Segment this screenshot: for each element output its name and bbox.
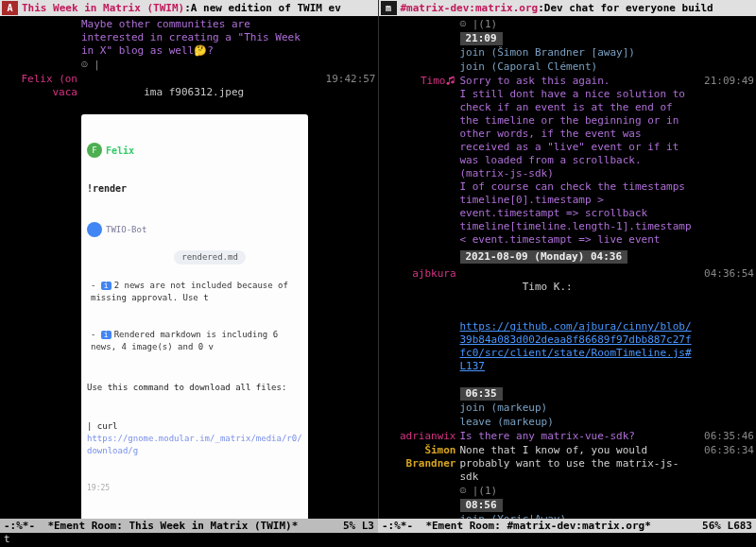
date-separator: 2021-08-09 (Monday) 04:36 bbox=[460, 250, 628, 264]
room-avatar-icon: A bbox=[2, 1, 18, 15]
message-text: Sorry to ask this again. I still dont ha… bbox=[460, 75, 696, 247]
message-link[interactable]: https://github.com/ajbura/cinny/blob/39b… bbox=[460, 320, 692, 372]
modeline-buffer: *Ement Room: #matrix-dev:matrix.org* bbox=[425, 520, 650, 533]
timestamp: 04:36:54 bbox=[696, 267, 754, 281]
message-row: Felix (on vaca ima f906312.jpeg F Felix … bbox=[2, 73, 376, 533]
pane-matrix-dev: m #matrix-dev:matrix.org : Dev chat for … bbox=[379, 0, 757, 533]
modeline: -:%*- *Ement Room: This Week in Matrix (… bbox=[0, 519, 756, 533]
room-topic: Dev chat for everyone build bbox=[544, 2, 713, 15]
reaction-icon[interactable]: ☺ |(1) bbox=[460, 18, 696, 31]
room-avatar-icon: m bbox=[381, 1, 397, 15]
modeline-left[interactable]: -:%*- *Ement Room: This Week in Matrix (… bbox=[0, 519, 378, 533]
header-right[interactable]: m #matrix-dev:matrix.org : Dev chat for … bbox=[379, 0, 757, 16]
card-time: 19:25 bbox=[87, 482, 302, 494]
echo-area[interactable]: t bbox=[0, 533, 756, 547]
modeline-status: -:%*- bbox=[382, 520, 413, 533]
message-row: ajbkura Timo K.: https://github.com/ajbu… bbox=[381, 267, 755, 386]
card-list-item: - iRendered markdown is including 6 news… bbox=[91, 329, 302, 353]
membership-event: join (Šimon Brandner [away]) bbox=[460, 46, 696, 60]
membership-event: join (markeup) bbox=[460, 402, 696, 415]
card-sender: Felix bbox=[106, 145, 134, 157]
sender-name: ajbkura bbox=[381, 267, 460, 281]
header-left[interactable]: A This Week in Matrix (TWIM) : A new edi… bbox=[0, 0, 378, 16]
pane-twim: A This Week in Matrix (TWIM) : A new edi… bbox=[0, 0, 379, 533]
modeline-buffer: *Ement Room: This Week in Matrix (TWIM)* bbox=[47, 520, 298, 533]
room-topic: A new edition of TWIM ev bbox=[191, 2, 341, 15]
file-chip[interactable]: rendered.md bbox=[174, 250, 246, 265]
sender-name: Timo🎜 bbox=[381, 75, 460, 88]
message-list-left[interactable]: Maybe other communities are interested i… bbox=[0, 16, 378, 533]
card-code: | curl https://gnome.modular.im/_matrix/… bbox=[87, 420, 302, 457]
header-sep: : bbox=[184, 2, 191, 15]
sender-name: Felix (on vaca bbox=[2, 73, 81, 99]
bot-avatar-icon bbox=[87, 222, 102, 237]
message-row: Timo🎜 Sorry to ask this again. I still d… bbox=[381, 75, 755, 247]
reaction-icon[interactable]: ☺ | bbox=[81, 59, 318, 72]
modeline-position: 56% L683 bbox=[702, 520, 752, 533]
message-text: None that I know of, you would probably … bbox=[460, 444, 696, 484]
modeline-right[interactable]: -:%*- *Ement Room: #matrix-dev:matrix.or… bbox=[378, 519, 756, 533]
card-list-item: - i2 news are not included because of mi… bbox=[91, 280, 302, 304]
message-row: adrianwix Is there any matrix-vue-sdk? 0… bbox=[381, 430, 755, 443]
message-list-right[interactable]: ☺ |(1) 21:09 join (Šimon Brandner [away]… bbox=[379, 16, 757, 533]
image-attachment-card[interactable]: F Felix !render TWIO-Bot rendered.md - i… bbox=[81, 114, 308, 522]
reaction-icon[interactable]: ☺ |(1) bbox=[460, 485, 696, 498]
attachment-label[interactable]: ima f906312.jpeg bbox=[144, 86, 244, 98]
modeline-status: -:%*- bbox=[4, 520, 35, 533]
timestamp: 19:42:57 bbox=[318, 73, 376, 86]
membership-event: leave (markeup) bbox=[460, 416, 696, 429]
message-row: Šimon Brandner None that I know of, you … bbox=[381, 444, 755, 484]
room-name: This Week in Matrix (TWIM) bbox=[22, 2, 184, 15]
time-separator: 06:35 bbox=[460, 387, 503, 401]
modeline-position: 5% L3 bbox=[343, 520, 374, 533]
timestamp: 21:09:49 bbox=[696, 75, 754, 88]
card-command: !render bbox=[87, 182, 302, 195]
sender-name: Šimon Brandner bbox=[381, 444, 460, 470]
card-bot-name: TWIO-Bot bbox=[106, 224, 146, 236]
time-separator: 21:09 bbox=[460, 32, 503, 45]
membership-event: join (Caporal Clément) bbox=[460, 60, 696, 74]
message-row: Maybe other communities are interested i… bbox=[2, 18, 376, 58]
room-name: #matrix-dev:matrix.org bbox=[401, 2, 539, 15]
timestamp: 06:36:34 bbox=[696, 444, 754, 457]
message-text: Maybe other communities are interested i… bbox=[81, 18, 318, 58]
header-sep: : bbox=[538, 2, 544, 15]
message-text: Timo K.: bbox=[523, 281, 573, 293]
avatar-icon: F bbox=[87, 143, 102, 158]
timestamp: 06:35:46 bbox=[696, 430, 754, 443]
card-text: Use this command to download all files: bbox=[87, 382, 302, 394]
sender-name: adrianwix bbox=[381, 430, 460, 443]
time-separator: 08:56 bbox=[460, 499, 503, 512]
message-text: Is there any matrix-vue-sdk? bbox=[460, 430, 696, 443]
